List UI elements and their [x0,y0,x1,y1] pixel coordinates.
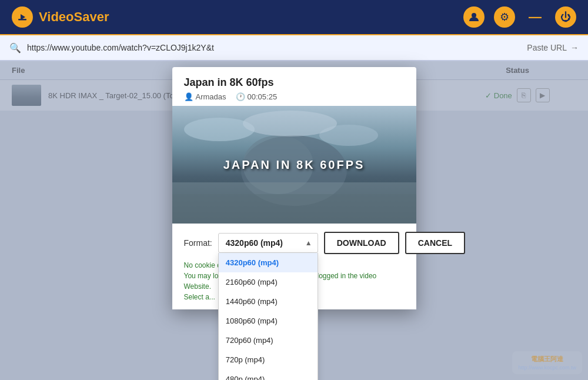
author-name: Armadas [196,92,226,101]
paste-url-label: Paste URL [527,43,567,52]
app-title: VideoSaver [39,9,109,25]
svg-rect-10 [172,194,416,224]
paste-url-button[interactable]: Paste URL → [527,43,579,52]
format-select-wrapper[interactable]: 4320p60 (mp4) ▲ 4320p60 (mp4) 2160p60 (m… [218,233,318,253]
modal-bottom: Format: 4320p60 (mp4) ▲ 4320p60 (mp4) 21… [172,224,416,309]
author-icon: 👤 [184,92,193,101]
account-icon[interactable] [463,6,485,28]
logo-icon [12,6,33,28]
power-icon[interactable]: ⏻ [555,6,576,28]
modal-author: 👤 Armadas [184,92,226,101]
dropdown-item-4320p60[interactable]: 4320p60 (mp4) [219,253,318,272]
dropdown-item-1080p60[interactable]: 1080p60 (mp4) [219,311,318,331]
video-text-overlay: JAPAN IN 8K 60FPS [223,158,365,172]
url-input[interactable] [27,43,521,52]
header-right: ⚙ — ⏻ [463,6,576,28]
modal-title: Japan in 8K 60fps [184,76,405,89]
format-select[interactable]: 4320p60 (mp4) [218,233,318,253]
cancel-button[interactable]: CANCEL [405,232,465,254]
modal: Japan in 8K 60fps 👤 Armadas 🕐 00:05:25 [172,67,416,309]
modal-meta: 👤 Armadas 🕐 00:05:25 [184,92,405,101]
dropdown-item-2160p60[interactable]: 2160p60 (mp4) [219,272,318,292]
format-label: Format: [184,238,212,248]
header-left: VideoSaver [12,6,109,28]
header: VideoSaver ⚙ — ⏻ [0,0,588,35]
format-row: Format: 4320p60 (mp4) ▲ 4320p60 (mp4) 21… [184,232,405,254]
modal-duration: 🕐 00:05:25 [236,92,278,101]
svg-point-13 [243,111,337,136]
modal-buttons: DOWNLOAD CANCEL [324,232,465,254]
duration-text: 00:05:25 [248,92,278,101]
main-content: File Status 8K HDR IMAX _ Target-02_15.0… [0,61,588,380]
modal-overlay: Japan in 8K 60fps 👤 Armadas 🕐 00:05:25 [0,61,588,380]
download-button[interactable]: DOWNLOAD [324,232,399,254]
paste-url-arrow: → [570,43,579,52]
gear-icon[interactable]: ⚙ [494,6,515,28]
url-bar: 🔍 Paste URL → [0,35,588,61]
search-icon: 🔍 [9,42,21,54]
svg-point-3 [472,13,476,18]
modal-header: Japan in 8K 60fps 👤 Armadas 🕐 00:05:25 [172,67,416,106]
clock-icon: 🕐 [236,92,245,101]
minimize-icon[interactable]: — [524,6,546,28]
video-thumbnail: JAPAN IN 8K 60FPS [172,106,416,224]
dropdown-item-720p60[interactable]: 720p60 (mp4) [219,331,318,350]
dropdown-item-480p[interactable]: 480p (mp4) [219,369,318,380]
dropdown-item-720p[interactable]: 720p (mp4) [219,350,318,369]
format-dropdown[interactable]: 4320p60 (mp4) 2160p60 (mp4) 1440p60 (mp4… [218,253,318,380]
dropdown-item-1440p60[interactable]: 1440p60 (mp4) [219,292,318,311]
svg-rect-2 [18,19,26,21]
